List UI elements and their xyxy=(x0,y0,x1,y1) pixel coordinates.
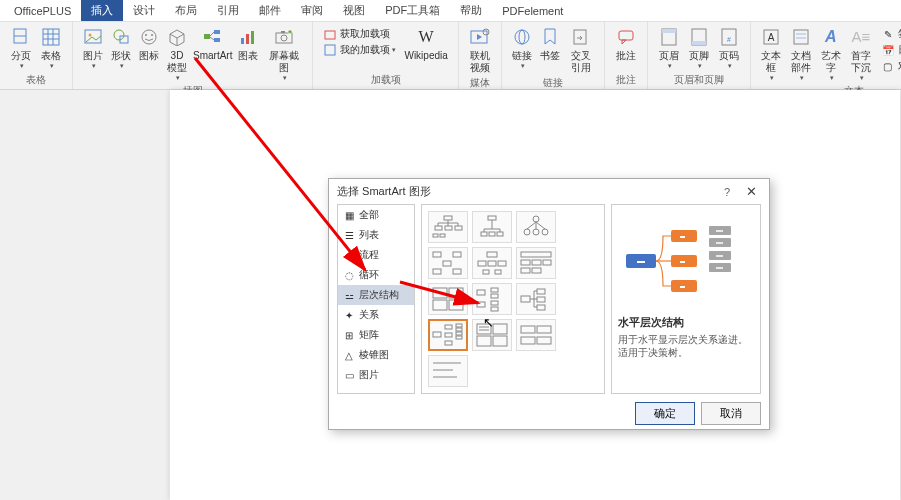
svg-rect-41 xyxy=(662,29,676,33)
grid-icon: ▦ xyxy=(343,209,355,221)
cat-hierarchy[interactable]: ⚍层次结构 xyxy=(338,285,414,305)
svg-rect-128 xyxy=(537,326,551,333)
pagenum-button[interactable]: #页码▾ xyxy=(714,24,744,72)
table-button[interactable]: 表格▾ xyxy=(36,24,66,72)
footer-icon xyxy=(688,26,710,48)
crossref-label: 交叉引用 xyxy=(568,50,594,74)
tab-help[interactable]: 帮助 xyxy=(450,0,492,21)
get-addins-button[interactable]: 获取加载项 xyxy=(319,26,400,42)
cat-all[interactable]: ▦全部 xyxy=(338,205,414,225)
cat-pyramid[interactable]: △棱锥图 xyxy=(338,345,414,365)
cat-relationship[interactable]: ✦关系 xyxy=(338,305,414,325)
preview-image xyxy=(618,211,754,311)
comment-button[interactable]: 批注 xyxy=(611,24,641,64)
footer-button[interactable]: 页脚▾ xyxy=(684,24,714,72)
gallery-thumb[interactable] xyxy=(428,211,468,243)
help-button[interactable]: ? xyxy=(724,186,730,198)
gallery-thumb[interactable] xyxy=(516,319,556,351)
svg-rect-107 xyxy=(537,305,545,310)
svg-rect-84 xyxy=(488,261,496,266)
gallery-thumb[interactable] xyxy=(428,247,468,279)
chart-button[interactable]: 图表 xyxy=(234,24,262,64)
textbox-button[interactable]: A文本框▾ xyxy=(757,24,785,84)
wordart-button[interactable]: A艺术字▾ xyxy=(817,24,845,84)
cancel-button[interactable]: 取消 xyxy=(701,402,761,425)
svg-rect-113 xyxy=(433,332,441,337)
preview-title: 水平层次结构 xyxy=(618,315,754,330)
svg-rect-100 xyxy=(491,288,498,292)
tab-layout[interactable]: 布局 xyxy=(165,0,207,21)
gallery-thumb[interactable] xyxy=(428,283,468,315)
shapes-button[interactable]: 形状▾ xyxy=(107,24,135,72)
quickparts-label: 文档部件 xyxy=(789,50,813,74)
svg-point-8 xyxy=(89,34,92,37)
gallery-thumb[interactable] xyxy=(516,283,556,315)
svg-marker-32 xyxy=(477,34,482,40)
object-icon: ▢ xyxy=(881,59,895,73)
cat-list-item[interactable]: ☰列表 xyxy=(338,225,414,245)
tab-pdfelement[interactable]: PDFelement xyxy=(492,2,573,20)
svg-rect-91 xyxy=(543,260,551,265)
tab-references[interactable]: 引用 xyxy=(207,0,249,21)
svg-rect-130 xyxy=(537,337,551,344)
dropcap-icon: A≡ xyxy=(850,26,872,48)
cat-label: 列表 xyxy=(359,228,379,242)
picture-label: 图片 xyxy=(83,50,103,62)
icons-button[interactable]: 图标 xyxy=(135,24,163,64)
svg-rect-118 xyxy=(456,328,462,331)
dropcap-button[interactable]: A≡首字下沉▾ xyxy=(845,24,877,84)
object-button[interactable]: ▢对象▾ xyxy=(877,58,901,74)
cat-matrix[interactable]: ⊞矩阵 xyxy=(338,325,414,345)
tab-pdftools[interactable]: PDF工具箱 xyxy=(375,0,450,21)
cat-picture[interactable]: ▭图片 xyxy=(338,365,414,385)
svg-rect-99 xyxy=(477,302,485,307)
3dmodel-button[interactable]: 3D 模型▾ xyxy=(163,24,191,84)
svg-rect-82 xyxy=(487,252,497,257)
svg-rect-65 xyxy=(497,232,503,236)
link-button[interactable]: 链接▾ xyxy=(508,24,536,72)
header-button[interactable]: 页眉▾ xyxy=(654,24,684,72)
quickparts-button[interactable]: 文档部件▾ xyxy=(785,24,817,84)
cat-cycle[interactable]: ◌循环 xyxy=(338,265,414,285)
signature-button[interactable]: ✎签名行▾ xyxy=(877,26,901,42)
svg-rect-102 xyxy=(491,301,498,305)
cat-label: 流程 xyxy=(359,248,379,262)
svg-point-35 xyxy=(519,30,525,44)
gallery-thumb-selected[interactable] xyxy=(428,319,468,351)
svg-rect-104 xyxy=(521,296,530,302)
close-button[interactable]: ✕ xyxy=(742,184,761,199)
tab-design[interactable]: 设计 xyxy=(123,0,165,21)
my-addins-button[interactable]: 我的加载项▾ xyxy=(319,42,400,58)
bookmark-button[interactable]: 书签 xyxy=(536,24,564,64)
picture-button[interactable]: 图片▾ xyxy=(79,24,107,72)
svg-rect-29 xyxy=(325,31,335,39)
gallery-thumb[interactable] xyxy=(428,355,468,387)
tab-review[interactable]: 审阅 xyxy=(291,0,333,21)
gallery-thumb[interactable] xyxy=(516,247,556,279)
gallery-thumb[interactable] xyxy=(516,211,556,243)
get-addins-label: 获取加载项 xyxy=(340,27,390,41)
smartart-button[interactable]: SmartArt xyxy=(191,24,234,64)
tab-view[interactable]: 视图 xyxy=(333,0,375,21)
gallery-thumb[interactable] xyxy=(472,247,512,279)
crossref-button[interactable]: 交叉引用 xyxy=(564,24,598,76)
gallery-thumb[interactable] xyxy=(472,211,512,243)
pages-button[interactable]: 分页▾ xyxy=(6,24,36,72)
tab-officeplus[interactable]: OfficePLUS xyxy=(4,2,81,20)
calendar-icon: 📅 xyxy=(881,43,895,57)
screenshot-button[interactable]: +屏幕截图▾ xyxy=(262,24,306,84)
cat-label: 循环 xyxy=(359,268,379,282)
icons-label: 图标 xyxy=(139,50,159,62)
svg-rect-86 xyxy=(483,270,489,274)
cat-process[interactable]: ➜流程 xyxy=(338,245,414,265)
svg-point-11 xyxy=(142,30,156,44)
signature-icon: ✎ xyxy=(881,27,895,41)
gallery-thumb[interactable] xyxy=(472,319,512,351)
wikipedia-button[interactable]: WWikipedia xyxy=(400,24,451,64)
datetime-button[interactable]: 📅日期和时间 xyxy=(877,42,901,58)
tab-insert[interactable]: 插入 xyxy=(81,0,123,21)
online-video-button[interactable]: 联机视频 xyxy=(465,24,495,76)
tab-mail[interactable]: 邮件 xyxy=(249,0,291,21)
gallery-thumb[interactable] xyxy=(472,283,512,315)
ok-button[interactable]: 确定 xyxy=(635,402,695,425)
